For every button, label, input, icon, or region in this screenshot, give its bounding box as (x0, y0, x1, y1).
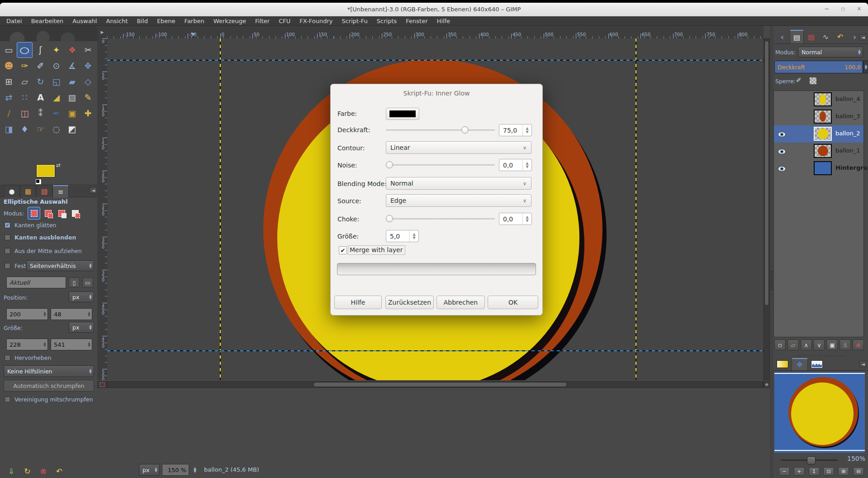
menu-fenster[interactable]: Fenster (401, 16, 432, 26)
select-mode-intersect-button[interactable] (69, 207, 81, 219)
tool-clone[interactable]: ▣ (64, 105, 80, 121)
statusbar-zoom-field[interactable]: 150 % (162, 464, 189, 476)
quick-mask-toggle[interactable] (97, 381, 107, 388)
tab-layers[interactable]: ▤ (790, 30, 804, 43)
select-mode-subtract-button[interactable] (56, 207, 67, 219)
tab-paths[interactable]: ∿ (819, 30, 833, 43)
statusbar-unit-dropdown[interactable]: px ▲▼ (139, 464, 160, 476)
deckkraft-slider-handle[interactable] (461, 126, 469, 134)
size-unit-dropdown[interactable]: px ▲▼ (69, 322, 94, 333)
tab-patterns[interactable]: ▦ (20, 185, 36, 197)
lower-layer-button[interactable]: ∨ (813, 339, 825, 350)
menu-filter[interactable]: Filter (251, 16, 274, 26)
tool-bucket-fill[interactable]: ◢ (48, 90, 64, 105)
dock-splitter[interactable] (770, 26, 773, 478)
tool-curves[interactable]: ◩ (64, 121, 80, 137)
vertical-scrollbar-thumb[interactable] (764, 41, 769, 306)
visibility-eye-icon[interactable] (778, 166, 786, 172)
size-width-field[interactable]: 228▲▼ (6, 339, 48, 350)
menu-ebene[interactable]: Ebene (152, 16, 180, 26)
abbrechen-button[interactable]: Abbrechen (436, 296, 485, 309)
checkbox-icon[interactable] (5, 397, 10, 402)
checkbox-icon[interactable] (5, 234, 10, 240)
aspect-ratio-entry[interactable]: Aktuell (6, 277, 66, 288)
horizontal-scrollbar[interactable] (107, 381, 764, 388)
feather-option[interactable]: Kanten ausblenden (5, 234, 76, 241)
zoom-fill-button[interactable]: ⊞ (838, 467, 849, 476)
ruler-corner-button[interactable]: ▶ (97, 26, 108, 39)
save-options-button[interactable]: ⇓ (8, 467, 14, 476)
horizontal-scrollbar-thumb[interactable] (313, 382, 567, 387)
tab-gradients[interactable]: ▧ (36, 185, 52, 197)
menu-datei[interactable]: Datei (2, 16, 27, 26)
menu-bearbeiten[interactable]: Bearbeiten (27, 16, 68, 26)
zoom-1-1-button[interactable]: 1 (809, 467, 820, 476)
choke-spinbox[interactable]: 0,0▲▼ (499, 213, 532, 225)
tab-undo[interactable]: ↶ (833, 30, 847, 43)
deckkraft-spinbox[interactable]: 75,0▲▼ (499, 124, 532, 136)
tool-scale[interactable]: ◱ (48, 74, 64, 90)
zoom-spinner[interactable]: ▲▼ (190, 464, 199, 476)
source-dropdown[interactable]: Edge∨ (386, 194, 531, 207)
tool-airbrush[interactable]: ⁑ (33, 105, 48, 121)
tool-blur-sharpen[interactable]: ♦ (17, 121, 33, 137)
restore-options-button[interactable]: ↻ (24, 467, 30, 476)
lock-pixels-icon[interactable]: ✐ (796, 76, 802, 84)
tool-heal[interactable]: ✚ (80, 105, 96, 121)
groesse-spinbox[interactable]: 5,0▲▼ (386, 230, 419, 242)
dock-menu-button[interactable]: ◄ (90, 187, 97, 193)
tool-ellipse-select[interactable]: ○ (17, 42, 33, 58)
layer-row-ballon_4[interactable]: ballon_4 (774, 91, 863, 108)
close-button[interactable]: ✕ (857, 5, 862, 12)
layer-row-ballon_2[interactable]: ballon_2 (774, 125, 863, 143)
new-layer-button[interactable]: ▫ (774, 339, 786, 350)
hilfe-button[interactable]: Hilfe (334, 296, 382, 309)
menu-auswahl[interactable]: Auswahl (68, 16, 101, 26)
position-x-field[interactable]: 200▲▼ (6, 308, 48, 320)
navigation-corner-button[interactable]: ✥ (764, 381, 770, 388)
dock-menu-button[interactable]: ◄ (859, 34, 867, 40)
vertical-scrollbar[interactable] (764, 38, 770, 380)
noise-spinbox[interactable]: 0,0▲▼ (499, 159, 532, 171)
anchor-layer-button[interactable]: ⚓ (840, 339, 851, 350)
noise-slider-handle[interactable] (386, 161, 393, 168)
menu-farben[interactable]: Farben (180, 16, 209, 26)
menu-scriptfu[interactable]: Script-Fu (337, 16, 372, 26)
tool-zoom[interactable]: ⊙ (48, 58, 64, 74)
tool-text[interactable]: A (33, 90, 48, 105)
tab-gradient[interactable] (774, 358, 791, 370)
tool-color-picker[interactable]: ✐ (33, 58, 48, 74)
lock-alpha-icon[interactable] (810, 77, 816, 84)
tool-rotate[interactable]: ↻ (33, 74, 48, 90)
tool-gradient[interactable]: ▨ (64, 90, 80, 105)
tool-ink[interactable]: ✒ (48, 105, 64, 121)
visibility-eye-icon[interactable] (778, 149, 786, 154)
panel-splitter[interactable] (796, 355, 846, 357)
highlight-option[interactable]: Hervorheben (5, 354, 51, 361)
tool-scissors-select[interactable]: ✂ (80, 42, 96, 58)
tool-foreground-select[interactable]: ☻ (1, 58, 17, 74)
menu-hilfe[interactable]: Hilfe (432, 16, 455, 26)
zoom-fit-button[interactable]: ⊡ (823, 467, 834, 476)
menu-cfu[interactable]: CFU (274, 16, 295, 26)
tool-paintbrush[interactable]: ∕ (1, 105, 17, 121)
opacity-spinner[interactable]: ▲▼ (863, 61, 868, 73)
tool-fuzzy-select[interactable]: ✦ (48, 42, 64, 58)
raise-layer-button[interactable]: ∧ (801, 339, 812, 350)
maximize-button[interactable]: ▫ (841, 5, 845, 12)
zuruecksetzen-button[interactable]: Zurücksetzen (385, 296, 434, 309)
tool-shear[interactable]: ▰ (64, 74, 80, 90)
zoom-out-button[interactable]: − (779, 467, 790, 476)
zoom-in-button[interactable]: + (794, 467, 805, 476)
autoshrink-button[interactable]: Automatisch schrumpfen (4, 380, 94, 392)
vertical-ruler[interactable]: 050100150200250300350400450500 (97, 38, 108, 380)
select-mode-add-button[interactable] (42, 207, 54, 219)
size-height-field[interactable]: 541▲▼ (51, 339, 92, 350)
tool-smudge[interactable]: ☞ (33, 121, 48, 137)
dock-menu-button[interactable]: ◄ (859, 361, 867, 367)
layer-mode-dropdown[interactable]: Normal ▲▼ (798, 47, 863, 57)
layer-row-hintergrund[interactable]: Hintergrund (774, 160, 863, 177)
fixed-type-dropdown[interactable]: Seitenverhältnis ▲▼ (26, 260, 94, 271)
checkbox-icon[interactable] (5, 355, 10, 361)
deckkraft-slider[interactable] (386, 126, 495, 134)
